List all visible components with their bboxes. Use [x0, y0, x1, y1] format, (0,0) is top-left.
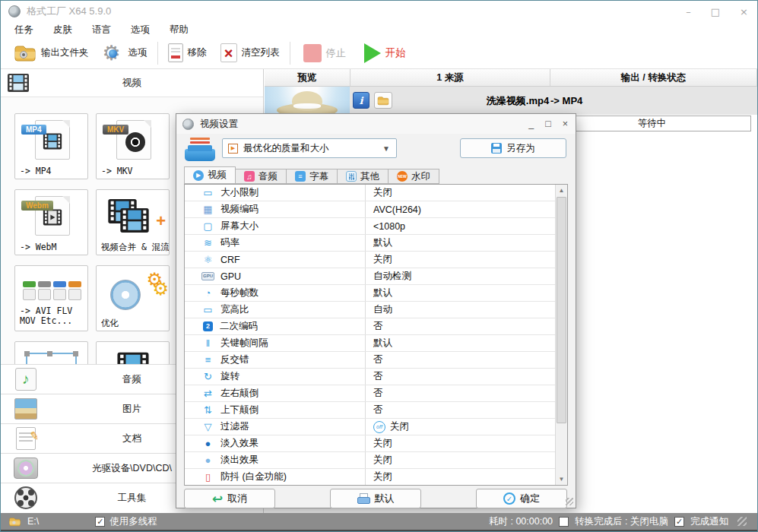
video-category-header[interactable]: 视频	[1, 69, 263, 97]
options-button[interactable]: ⚙ 选项	[96, 39, 154, 68]
menu-item-skin[interactable]: 皮肤	[53, 24, 72, 36]
tab-label: 字幕	[309, 170, 328, 183]
menu-item-help[interactable]: 帮助	[170, 24, 189, 36]
card-partial-crop[interactable]	[14, 341, 88, 366]
watermark-new-icon: NEW	[397, 171, 408, 182]
tab-audio[interactable]: ♫ 音频	[236, 169, 286, 184]
cancel-button[interactable]: ↩ 取消	[184, 489, 275, 508]
default-button[interactable]: 默认	[330, 489, 421, 508]
start-button[interactable]: 开始	[357, 39, 413, 68]
open-folder-button[interactable]	[374, 92, 392, 109]
settings-scrollbar[interactable]: ▲ ▼	[555, 185, 567, 485]
output-drive-label[interactable]: E:\	[27, 516, 39, 527]
setting-label: 上下颠倒	[220, 404, 258, 416]
aspect-ratio-icon: ▭	[201, 305, 214, 315]
setting-row[interactable]: ● 淡入效果 关闭	[185, 435, 555, 452]
setting-row[interactable]: ▦ 视频编码 AVC(H264)	[185, 201, 555, 218]
tab-label: 视频	[208, 169, 227, 182]
setting-row[interactable]: ▭ 宽高比 自动	[185, 302, 555, 318]
column-output-status[interactable]: 输出 / 转换状态	[550, 69, 757, 86]
setting-row[interactable]: ● 淡出效果 关闭	[185, 452, 555, 469]
info-button[interactable]: i	[353, 92, 369, 109]
tab-subtitle[interactable]: ≡ 字幕	[286, 169, 337, 184]
video-encode-icon: ▦	[201, 204, 214, 214]
quality-preset-select[interactable]: ▶ 最优化的质量和大小 ▼	[222, 138, 397, 158]
close-button[interactable]: ×	[740, 6, 748, 17]
dialog-minimize-button[interactable]: _	[528, 119, 534, 129]
clear-list-icon: ×	[220, 43, 237, 62]
window-resize-grip[interactable]	[737, 517, 747, 526]
maximize-button[interactable]: □	[711, 6, 720, 17]
card-optimize[interactable]: ⚙ 优化	[96, 265, 170, 331]
multithread-checkbox[interactable]: ✓	[95, 517, 105, 527]
setting-value: 默认	[366, 285, 555, 301]
card-to-avi-flv-mov[interactable]: -> AVI FLV MOV Etc...	[14, 265, 88, 331]
card-label: -> WebM	[20, 242, 86, 252]
setting-row[interactable]: ⇅ 上下颠倒 否	[185, 402, 555, 419]
preview-thumbnail[interactable]	[265, 87, 350, 115]
card-to-mp4[interactable]: MP4 -> MP4	[14, 113, 88, 179]
output-folder-button[interactable]: 输出文件夹	[7, 39, 96, 68]
toolbar: 输出文件夹 ⚙ 选项 移除 × 清空列表 停止 开始	[1, 37, 757, 69]
setting-row[interactable]: GPU GPU 自动检测	[185, 268, 555, 285]
setting-row[interactable]: ≋ 码率 默认	[185, 235, 555, 252]
card-video-merge[interactable]: + 视频合并 & 混流	[96, 189, 170, 255]
remove-button[interactable]: 移除	[161, 39, 214, 68]
column-source[interactable]: 1 来源	[350, 69, 550, 86]
setting-row[interactable]: ▯ 防抖 (白金功能) 关闭	[185, 469, 555, 485]
ok-label: 确定	[520, 492, 540, 505]
scroll-thumb[interactable]	[557, 197, 566, 423]
dialog-close-button[interactable]: ×	[563, 119, 568, 129]
clear-list-button[interactable]: × 清空列表	[214, 39, 287, 68]
setting-row[interactable]: ‖ 关键帧间隔 默认	[185, 335, 555, 352]
stop-button[interactable]: 停止	[297, 39, 353, 68]
card-to-mkv[interactable]: MKV -> MKV	[96, 113, 170, 179]
card-label: 视频合并 & 混流	[101, 242, 167, 252]
task-row[interactable]: i 洗澡视频.mp4 -> MP4	[265, 87, 757, 115]
scroll-down-icon[interactable]: ▼	[556, 473, 567, 485]
shutdown-checkbox[interactable]	[559, 517, 569, 527]
setting-label: 过滤器	[220, 420, 249, 433]
setting-row[interactable]: 2 二次编码 否	[185, 318, 555, 335]
fade-in-icon: ●	[201, 439, 214, 448]
setting-row[interactable]: ⚛ CRF 关闭	[185, 252, 555, 268]
setting-row[interactable]: ≡ 反交错 否	[185, 352, 555, 369]
dialog-titlebar: 视频设置 _ □ ×	[176, 114, 576, 134]
setting-row[interactable]: ▽ 过滤器 off 关闭	[185, 419, 555, 435]
menu-item-options[interactable]: 选项	[131, 24, 150, 36]
setting-row[interactable]: ◔ 每秒帧数 默认	[185, 285, 555, 302]
setting-row[interactable]: ▢ 屏幕大小 <1080p	[185, 218, 555, 235]
scroll-up-icon[interactable]: ▲	[556, 185, 567, 196]
setting-value: AVC(H264)	[366, 201, 555, 217]
ok-button[interactable]: ✓ 确定	[476, 489, 567, 508]
notify-checkbox[interactable]: ✓	[674, 517, 684, 527]
setting-label: 淡入效果	[220, 437, 258, 450]
setting-row[interactable]: ▭ 大小限制 关闭	[185, 185, 555, 201]
setting-value: 默认	[366, 235, 555, 251]
gears-icon: ⚙	[146, 271, 163, 289]
setting-row[interactable]: ↻ 旋转 否	[185, 369, 555, 385]
tab-watermark[interactable]: NEW 水印	[388, 169, 439, 184]
tab-video[interactable]: ▶ 视频	[184, 166, 236, 184]
dialog-resize-grip[interactable]	[566, 498, 573, 505]
card-to-webm[interactable]: Webm -> WebM	[14, 189, 88, 255]
save-as-button[interactable]: 另存为	[460, 138, 566, 158]
tab-label: 水印	[411, 170, 430, 183]
webm-badge: Webm	[21, 201, 53, 211]
setting-row[interactable]: ⇄ 左右颠倒 否	[185, 385, 555, 402]
menu-item-language[interactable]: 语言	[92, 24, 111, 36]
tab-other[interactable]: 其他	[337, 169, 388, 184]
remove-label: 移除	[188, 46, 207, 59]
keyframe-icon: ‖	[201, 338, 214, 348]
setting-label: 淡出效果	[220, 454, 258, 467]
setting-value: 关闭	[366, 469, 555, 485]
disc-device-icon	[13, 456, 39, 480]
column-preview[interactable]: 预览	[265, 69, 350, 86]
sliders-tab-icon	[346, 171, 357, 182]
menu-item-task[interactable]: 任务	[14, 24, 33, 36]
card-partial-film[interactable]	[96, 341, 170, 366]
dialog-maximize-button[interactable]: □	[545, 119, 551, 129]
minimize-button[interactable]: –	[686, 6, 691, 17]
clear-list-label: 清空列表	[242, 46, 280, 59]
notify-label: 完成通知	[690, 515, 728, 528]
